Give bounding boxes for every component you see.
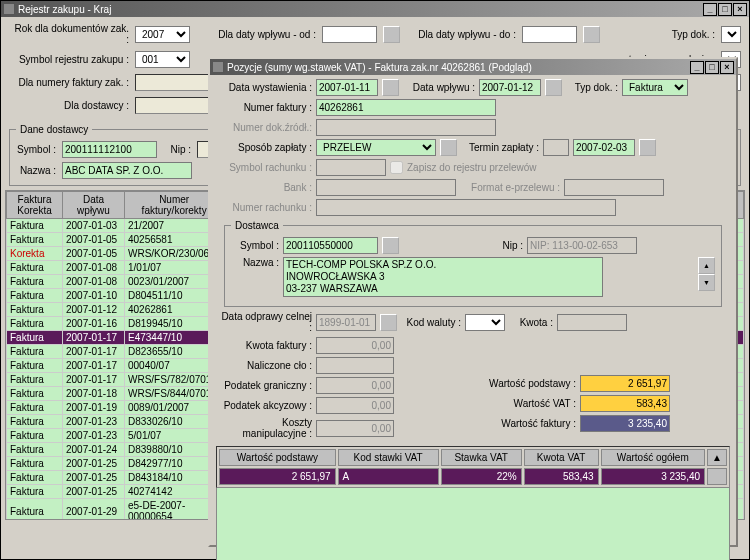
- dialog-body: Data wystawienia : Data wpływu : Typ dok…: [210, 75, 736, 560]
- dialog-maximize-icon[interactable]: □: [705, 61, 719, 74]
- format-label: Format e-przelewu :: [460, 182, 560, 193]
- war-fakt-label: Wartość faktury :: [476, 418, 576, 429]
- vat-dialog: Pozycje (sumy wg.stawek VAT) - Faktura z…: [208, 57, 738, 547]
- main-titlebar: Rejestr zakupu - Kraj _ □ ×: [1, 1, 749, 17]
- minimize-icon[interactable]: _: [703, 3, 717, 16]
- maximize-icon[interactable]: □: [718, 3, 732, 16]
- termin-label: Termin zapłaty :: [461, 142, 539, 153]
- scroll-up-icon[interactable]: ▲: [698, 257, 715, 274]
- sposob-btn[interactable]: [440, 139, 457, 156]
- wplyw-do-label: Dla daty wpływu - do :: [406, 29, 516, 40]
- vat-h4[interactable]: Kwota VAT: [524, 449, 599, 466]
- typ-dok-label: Typ dok. :: [672, 29, 715, 40]
- col-type[interactable]: Faktura Korekta: [7, 192, 63, 219]
- data-wpl-btn[interactable]: [545, 79, 562, 96]
- vat-empty-area: [216, 488, 730, 560]
- vat-h2[interactable]: Kod stawki VAT: [338, 449, 439, 466]
- date-do-btn[interactable]: [583, 26, 600, 43]
- col-date[interactable]: Data wpływu: [63, 192, 125, 219]
- dost-nip: [527, 237, 637, 254]
- supplier-legend: Dane dostawcy: [16, 124, 92, 135]
- kod-wal-select[interactable]: [465, 314, 505, 331]
- vat-h1[interactable]: Wartość podstawy: [219, 449, 336, 466]
- close-icon[interactable]: ×: [733, 3, 747, 16]
- vat-kod: A: [338, 468, 439, 485]
- termin-input[interactable]: [573, 139, 635, 156]
- nr-rach-label: Numer rachunku :: [216, 202, 312, 213]
- numery-label: Dla numery faktury zak. :: [9, 77, 129, 88]
- dostawca-fieldset: Dostawca Symbol : Nip : Nazwa : TECH-COM…: [224, 220, 722, 307]
- rok-select[interactable]: 2007: [135, 26, 190, 43]
- supplier-nazwa[interactable]: [62, 162, 192, 179]
- termin-days[interactable]: [543, 139, 569, 156]
- wplyw-od-input[interactable]: [322, 26, 377, 43]
- numery-input[interactable]: [135, 74, 210, 91]
- kwota-fakt-label: Kwota faktury :: [216, 340, 312, 351]
- bank-label: Bank :: [216, 182, 312, 193]
- kwota-fakt: [316, 337, 394, 354]
- dost-symbol[interactable]: [283, 237, 378, 254]
- nr-zrodl-label: Numer dok.źródł.:: [216, 122, 312, 133]
- data-odpr-btn[interactable]: [380, 314, 397, 331]
- nalicz-input: [316, 357, 394, 374]
- data-wyst-btn[interactable]: [382, 79, 399, 96]
- vat-ogolem: 3 235,40: [601, 468, 706, 485]
- nr-zrodl-input: [316, 119, 496, 136]
- bank-input: [316, 179, 456, 196]
- data-odpr-label: Data odprawy celnej :: [216, 311, 312, 333]
- pod-akc-label: Podatek akcyzowy :: [216, 400, 312, 411]
- war-podst: [580, 375, 670, 392]
- nr-rach-input: [316, 199, 616, 216]
- data-wpl-input[interactable]: [479, 79, 541, 96]
- vat-scroll-up-icon[interactable]: ▲: [707, 449, 727, 466]
- war-fakt: [580, 415, 670, 432]
- pod-gran-label: Podatek graniczny :: [216, 380, 312, 391]
- vat-row[interactable]: 2 651,97 A 22% 583,43 3 235,40: [219, 468, 727, 485]
- pod-gran: [316, 377, 394, 394]
- pod-akc: [316, 397, 394, 414]
- supplier-symbol-label: Symbol :: [16, 144, 56, 155]
- typ-dok-select[interactable]: [721, 26, 741, 43]
- dialog-title: Pozycje (sumy wg.stawek VAT) - Faktura z…: [227, 62, 690, 73]
- dost-symbol-btn[interactable]: [382, 237, 399, 254]
- date-od-btn[interactable]: [383, 26, 400, 43]
- dialog-close-icon[interactable]: ×: [720, 61, 734, 74]
- dialog-titlebar: Pozycje (sumy wg.stawek VAT) - Faktura z…: [210, 59, 736, 75]
- data-wyst-input[interactable]: [316, 79, 378, 96]
- vat-kwota: 583,43: [524, 468, 599, 485]
- typ-dok-select2[interactable]: Faktura: [622, 79, 688, 96]
- kwota-label: Kwota :: [509, 317, 553, 328]
- vat-table: Wartość podstawy Kod stawki VAT Stawka V…: [216, 446, 730, 488]
- sym-rach-label: Symbol rachunku :: [216, 162, 312, 173]
- scroll-down-icon[interactable]: ▼: [698, 274, 715, 291]
- sposob-label: Sposób zapłaty :: [216, 142, 312, 153]
- wplyw-do-input[interactable]: [522, 26, 577, 43]
- war-vat: [580, 395, 670, 412]
- dost-nazwa-3: 03-237 WARSZAWA: [286, 283, 600, 295]
- supplier-nazwa-label: Nazwa :: [16, 165, 56, 176]
- symbol-rej-select[interactable]: 001: [135, 51, 190, 68]
- nr-fakt-input[interactable]: [316, 99, 496, 116]
- rok-label: Rok dla dokumentów zak. :: [9, 23, 129, 45]
- dostawcy-input[interactable]: [135, 97, 210, 114]
- dialog-minimize-icon[interactable]: _: [690, 61, 704, 74]
- nr-fakt-label: Numer faktury :: [216, 102, 312, 113]
- dostawca-legend: Dostawca: [231, 220, 283, 231]
- vat-podst: 2 651,97: [219, 468, 336, 485]
- kwota-input: [557, 314, 627, 331]
- data-wpl-label: Data wpływu :: [403, 82, 475, 93]
- war-vat-label: Wartość VAT :: [476, 398, 576, 409]
- data-odpr: [316, 314, 376, 331]
- vat-stawka: 22%: [441, 468, 522, 485]
- dost-nazwa-box: TECH-COMP POLSKA SP.Z O.O. INOWROCŁAWSKA…: [283, 257, 603, 297]
- sposob-select[interactable]: PRZELEW: [316, 139, 436, 156]
- vat-h5[interactable]: Wartość ogółem: [601, 449, 706, 466]
- war-podst-label: Wartość podstawy :: [476, 378, 576, 389]
- main-title: Rejestr zakupu - Kraj: [18, 4, 703, 15]
- dost-nazwa-label: Nazwa :: [231, 257, 279, 268]
- vat-h3[interactable]: Stawka VAT: [441, 449, 522, 466]
- dost-nip-label: Nip :: [403, 240, 523, 251]
- termin-btn[interactable]: [639, 139, 656, 156]
- dost-nazwa-1: TECH-COMP POLSKA SP.Z O.O.: [286, 259, 600, 271]
- supplier-symbol[interactable]: [62, 141, 157, 158]
